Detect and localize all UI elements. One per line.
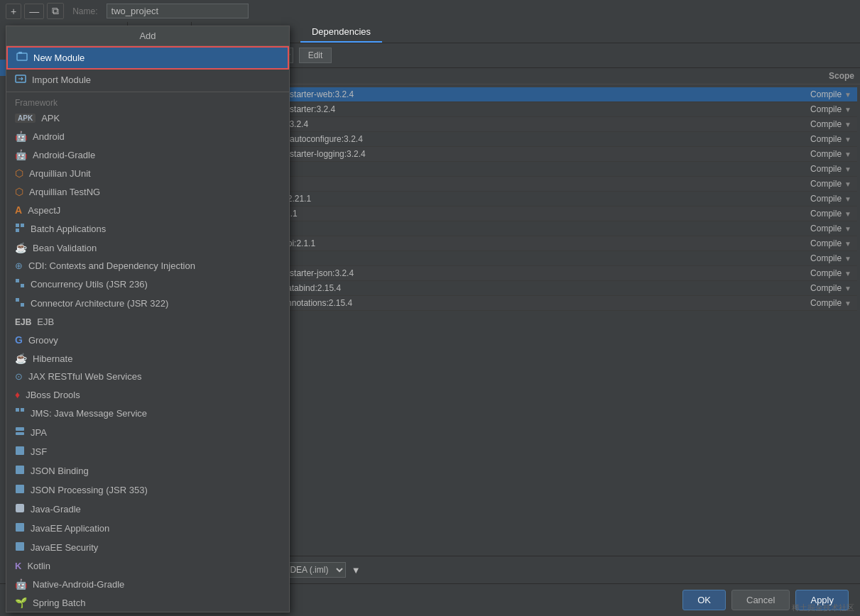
dropdown-item-label: Concurrency Utils (JSR 236) — [31, 279, 148, 290]
dropdown-item-jpa[interactable]: JPA — [6, 423, 289, 442]
dropdown-item-json-binding[interactable]: JSON Binding — [6, 461, 289, 480]
dropdown-item-aspectj[interactable]: A AspectJ — [6, 201, 289, 219]
cancel-button[interactable]: Cancel — [731, 590, 790, 610]
dropdown-item-label: Connector Architecture (JSR 322) — [31, 298, 168, 309]
dropdown-item-label: Arquillian JUnit — [29, 168, 91, 179]
dropdown-item-groovy[interactable]: G Groovy — [6, 331, 289, 349]
dropdown-item-jms[interactable]: JMS: Java Message Service — [6, 404, 289, 423]
dropdown-item-jsf[interactable]: JSF — [6, 442, 289, 461]
dropdown-item-ejb[interactable]: EJB EJB — [6, 313, 289, 331]
svg-rect-14 — [16, 446, 24, 455]
dropdown-item-label: Bean Validation — [33, 243, 97, 253]
dropdown-item-label: Hibernate — [33, 353, 72, 364]
json-processing-icon — [15, 484, 25, 496]
table-row[interactable]: ework.boot:spring-boot-starter-logging:3… — [195, 147, 857, 162]
dropdown-header: Add — [6, 26, 289, 46]
android-gradle-icon: 🤖 — [15, 149, 27, 160]
dropdown-item-import-module[interactable]: Import Module — [6, 70, 289, 90]
dropdown-item-label: Spring Batch — [33, 598, 85, 608]
dropdown-item-jboss-drools[interactable]: ♦ JBoss Drools — [6, 385, 289, 404]
table-row[interactable]: logback-core:1.4.14 Compile ▼ — [195, 177, 857, 192]
dropdown-divider — [6, 92, 289, 92]
module-icon — [16, 51, 28, 65]
dropdown-item-json-processing[interactable]: JSON Processing (JSR 353) — [6, 480, 289, 500]
dropdown-item-cdi[interactable]: ⊕ CDI: Contexts and Dependency Injection — [6, 257, 289, 275]
svg-rect-17 — [16, 504, 24, 512]
svg-rect-9 — [21, 303, 24, 307]
copy-button[interactable]: ⧉ — [47, 3, 64, 19]
kotlin-icon: K — [15, 561, 21, 571]
java-gradle-icon — [15, 503, 25, 515]
table-row[interactable]: ework.boot:spring-boot-starter:3.2.4 Com… — [195, 102, 857, 117]
cdi-icon: ⊕ — [15, 260, 23, 271]
table-row[interactable]: ework.boot:spring-boot-autoconfigure:3.2… — [195, 132, 857, 147]
dropdown-item-label: Arquillian TestNG — [29, 187, 100, 197]
dropdown-item-android-gradle[interactable]: 🤖 Android-Gradle — [6, 145, 289, 164]
aspect-icon: A — [15, 204, 22, 216]
dropdown-item-new-module[interactable]: New Module — [6, 46, 289, 70]
dropdown-item-label: JSON Processing (JSR 353) — [31, 485, 148, 495]
scope-column-header: Scope — [192, 68, 860, 84]
dropdown-item-javaee-security[interactable]: JavaEE Security — [6, 538, 289, 557]
framework-section-label: Framework — [6, 94, 289, 109]
concurrency-icon — [15, 278, 25, 290]
dropdown-item-hibernate[interactable]: ☕ Hibernate — [6, 349, 289, 368]
dropdown-item-label: Android-Gradle — [33, 150, 95, 160]
table-row[interactable]: lf4j:2.0.12 Compile ▼ — [195, 221, 857, 236]
dropdown-item-label: Import Module — [32, 75, 91, 85]
jpa-icon — [15, 427, 25, 439]
javaee-security-icon — [15, 541, 25, 554]
table-row[interactable]: ework.boot:spring-boot-starter-web:3.2.4… — [195, 87, 857, 102]
dropdown-item-javaee-application[interactable]: JavaEE Application — [6, 519, 289, 538]
dropdown-item-arquillian-junit[interactable]: ⬡ Arquillian JUnit — [6, 164, 289, 182]
main-panel: Sources Paths Dependencies (2) <Module S… — [192, 22, 860, 583]
dropdown-item-label: APK — [41, 113, 60, 123]
dropdown-item-label: Batch Applications — [31, 224, 106, 234]
dropdown-item-spring-batch[interactable]: 🌱 Spring Batch — [6, 593, 289, 612]
remove-button[interactable]: — — [24, 4, 44, 19]
native-android-icon: 🤖 — [15, 578, 27, 590]
svg-rect-13 — [16, 432, 24, 435]
table-row[interactable]: logback-classic:1.4.14 Compile ▼ — [195, 162, 857, 177]
table-row[interactable]: ework.boot:spring-boot:3.2.4 Compile ▼ — [195, 117, 857, 132]
svg-rect-4 — [21, 224, 24, 227]
dropdown-item-bean-validation[interactable]: ☕ Bean Validation — [6, 238, 289, 257]
apk-icon: APK — [15, 114, 36, 123]
dropdown-item-jax-restful[interactable]: ⊙ JAX RESTful Web Services — [6, 368, 289, 385]
dropdown-item-batch-applications[interactable]: Batch Applications — [6, 219, 289, 238]
table-row[interactable]: ging.log4j:log4j-api:2.21.1 Compile ▼ — [195, 207, 857, 221]
dropdown-item-apk[interactable]: APK APK — [6, 109, 289, 127]
json-icon — [15, 465, 25, 477]
dropdown-item-concurrency-utils[interactable]: Concurrency Utils (JSR 236) — [6, 275, 289, 294]
module-name-input[interactable] — [107, 4, 249, 18]
dropdown-item-label: New Module — [33, 53, 85, 63]
table-row[interactable]: ework.boot:spring-boot-starter-json:3.2.… — [195, 266, 857, 281]
svg-rect-11 — [21, 408, 24, 412]
table-row[interactable]: jackson.core:jackson-annotations:2.15.4 … — [195, 296, 857, 311]
svg-rect-5 — [16, 229, 19, 232]
table-row[interactable]: jackson.core:jackson-databind:2.15.4 Com… — [195, 281, 857, 296]
table-row[interactable]: vaml:2.2 Compile ▼ — [195, 251, 857, 266]
dropdown-item-android[interactable]: 🤖 Android — [6, 127, 289, 145]
dropdown-item-label: JAX RESTful Web Services — [28, 371, 141, 382]
dropdown-item-native-android-gradle[interactable]: 🤖 Native-Android-Gradle — [6, 575, 289, 593]
ejb-icon: EJB — [15, 317, 31, 327]
dropdown-item-java-gradle[interactable]: Java-Gradle — [6, 500, 289, 519]
dropdown-item-arquillian-testng[interactable]: ⬡ Arquillian TestNG — [6, 182, 289, 201]
edit-sdk-button[interactable]: Edit — [299, 48, 332, 63]
svg-rect-16 — [16, 485, 24, 493]
table-row[interactable]: on:jakarta.annotation-api:2.1.1 Compile … — [195, 236, 857, 251]
jax-icon: ⊙ — [15, 371, 23, 382]
ok-button[interactable]: OK — [682, 590, 726, 610]
dropdown-item-connector-architecture[interactable]: Connector Architecture (JSR 322) — [6, 294, 289, 313]
svg-rect-6 — [16, 279, 19, 282]
tab-dependencies[interactable]: Dependencies — [300, 22, 382, 43]
dropdown-item-label: JSF — [31, 446, 47, 457]
table-row[interactable]: ging.log4j:log4j-to-slf4j:2.21.1 Compile… — [195, 192, 857, 207]
android-icon: 🤖 — [15, 131, 27, 142]
svg-rect-15 — [16, 466, 24, 474]
add-button[interactable]: + — [6, 4, 21, 19]
import-icon — [15, 73, 26, 87]
dropdown-item-label: Native-Android-Gradle — [33, 579, 124, 590]
dropdown-item-kotlin[interactable]: K Kotlin — [6, 557, 289, 575]
